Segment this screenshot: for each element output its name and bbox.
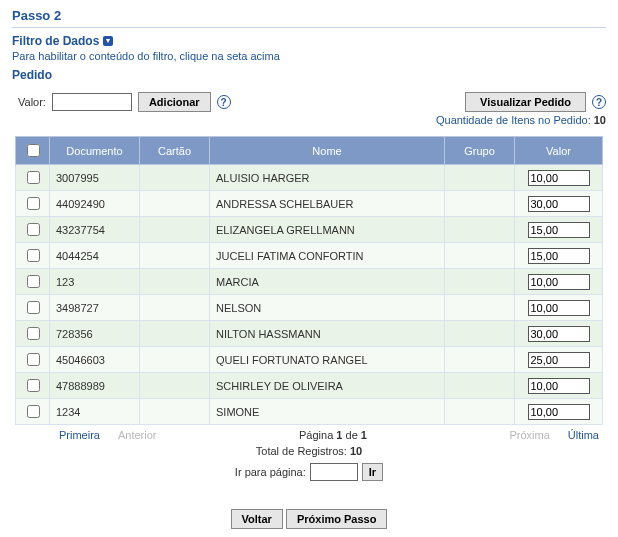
goto-page-input[interactable] — [310, 463, 358, 481]
cell-cartao — [140, 243, 210, 269]
table-row: 44092490ANDRESSA SCHELBAUER — [16, 191, 603, 217]
table-row: 728356NILTON HASSMANN — [16, 321, 603, 347]
col-header-documento: Documento — [50, 137, 140, 165]
select-all-checkbox[interactable] — [27, 144, 40, 157]
cell-cartao — [140, 295, 210, 321]
col-header-valor: Valor — [515, 137, 603, 165]
view-order-button[interactable]: Visualizar Pedido — [465, 92, 586, 112]
cell-nome: MARCIA — [210, 269, 445, 295]
row-valor-input[interactable] — [528, 274, 590, 290]
cell-cartao — [140, 321, 210, 347]
row-checkbox[interactable] — [27, 327, 40, 340]
cell-documento: 728356 — [50, 321, 140, 347]
col-header-nome: Nome — [210, 137, 445, 165]
cell-grupo — [445, 243, 515, 269]
row-valor-input[interactable] — [528, 196, 590, 212]
cell-nome: ELIZANGELA GRELLMANN — [210, 217, 445, 243]
row-checkbox[interactable] — [27, 171, 40, 184]
valor-input[interactable] — [52, 93, 132, 111]
cell-cartao — [140, 373, 210, 399]
row-checkbox[interactable] — [27, 197, 40, 210]
cell-nome: JUCELI FATIMA CONFORTIN — [210, 243, 445, 269]
col-header-grupo: Grupo — [445, 137, 515, 165]
section-pedido-title: Pedido — [12, 68, 606, 82]
cell-documento: 123 — [50, 269, 140, 295]
row-valor-input[interactable] — [528, 404, 590, 420]
goto-label: Ir para página: — [235, 466, 306, 478]
table-row: 45046603QUELI FORTUNATO RANGEL — [16, 347, 603, 373]
row-valor-input[interactable] — [528, 326, 590, 342]
row-valor-input[interactable] — [528, 352, 590, 368]
cell-documento: 45046603 — [50, 347, 140, 373]
pager: Primeira Anterior Página 1 de 1 Próxima … — [15, 429, 603, 441]
step-title: Passo 2 — [12, 8, 606, 28]
cell-grupo — [445, 165, 515, 191]
cell-nome: SCHIRLEY DE OLIVEIRA — [210, 373, 445, 399]
row-valor-input[interactable] — [528, 248, 590, 264]
col-header-cartao: Cartão — [140, 137, 210, 165]
table-row: 123MARCIA — [16, 269, 603, 295]
cell-grupo — [445, 269, 515, 295]
row-checkbox[interactable] — [27, 275, 40, 288]
row-checkbox[interactable] — [27, 301, 40, 314]
cell-grupo — [445, 399, 515, 425]
qty-label: Quantidade de Itens no Pedido: — [436, 114, 591, 126]
pager-last[interactable]: Última — [568, 429, 599, 441]
table-row: 4044254JUCELI FATIMA CONFORTIN — [16, 243, 603, 269]
cell-documento: 44092490 — [50, 191, 140, 217]
cell-cartao — [140, 347, 210, 373]
cell-grupo — [445, 295, 515, 321]
row-valor-input[interactable] — [528, 170, 590, 186]
filter-title: Filtro de Dados — [12, 34, 99, 48]
add-button[interactable]: Adicionar — [138, 92, 211, 112]
row-checkbox[interactable] — [27, 223, 40, 236]
pager-first[interactable]: Primeira — [59, 429, 100, 441]
cell-grupo — [445, 347, 515, 373]
pager-next: Próxima — [509, 429, 549, 441]
help-icon[interactable]: ? — [217, 95, 231, 109]
filter-help-text: Para habilitar o conteúdo do filtro, cli… — [12, 50, 606, 62]
cell-grupo — [445, 191, 515, 217]
cell-nome: ALUISIO HARGER — [210, 165, 445, 191]
valor-label: Valor: — [18, 96, 46, 108]
cell-cartao — [140, 217, 210, 243]
cell-grupo — [445, 373, 515, 399]
table-row: 3498727NELSON — [16, 295, 603, 321]
help-icon[interactable]: ? — [592, 95, 606, 109]
table-row: 3007995ALUISIO HARGER — [16, 165, 603, 191]
table-row: 1234SIMONE — [16, 399, 603, 425]
table-row: 43237754ELIZANGELA GRELLMANN — [16, 217, 603, 243]
cell-documento: 4044254 — [50, 243, 140, 269]
goto-button[interactable]: Ir — [362, 463, 383, 481]
pager-page-info: Página 1 de 1 — [299, 429, 367, 441]
cell-grupo — [445, 217, 515, 243]
cell-nome: NILTON HASSMANN — [210, 321, 445, 347]
row-checkbox[interactable] — [27, 249, 40, 262]
row-valor-input[interactable] — [528, 300, 590, 316]
cell-documento: 47888989 — [50, 373, 140, 399]
pager-prev: Anterior — [118, 429, 157, 441]
row-valor-input[interactable] — [528, 222, 590, 238]
cell-cartao — [140, 269, 210, 295]
table-row: 47888989SCHIRLEY DE OLIVEIRA — [16, 373, 603, 399]
row-checkbox[interactable] — [27, 379, 40, 392]
chevron-down-icon[interactable]: ▾ — [103, 36, 113, 46]
cell-nome: NELSON — [210, 295, 445, 321]
total-records: Total de Registros: 10 — [12, 445, 606, 457]
qty-value: 10 — [594, 114, 606, 126]
cell-cartao — [140, 191, 210, 217]
data-grid: Documento Cartão Nome Grupo Valor 300799… — [15, 136, 603, 425]
cell-documento: 43237754 — [50, 217, 140, 243]
cell-nome: SIMONE — [210, 399, 445, 425]
row-valor-input[interactable] — [528, 378, 590, 394]
cell-cartao — [140, 165, 210, 191]
back-button[interactable]: Voltar — [231, 509, 283, 529]
row-checkbox[interactable] — [27, 353, 40, 366]
cell-nome: ANDRESSA SCHELBAUER — [210, 191, 445, 217]
cell-nome: QUELI FORTUNATO RANGEL — [210, 347, 445, 373]
cell-documento: 3498727 — [50, 295, 140, 321]
next-step-button[interactable]: Próximo Passo — [286, 509, 387, 529]
cell-documento: 3007995 — [50, 165, 140, 191]
row-checkbox[interactable] — [27, 405, 40, 418]
cell-cartao — [140, 399, 210, 425]
